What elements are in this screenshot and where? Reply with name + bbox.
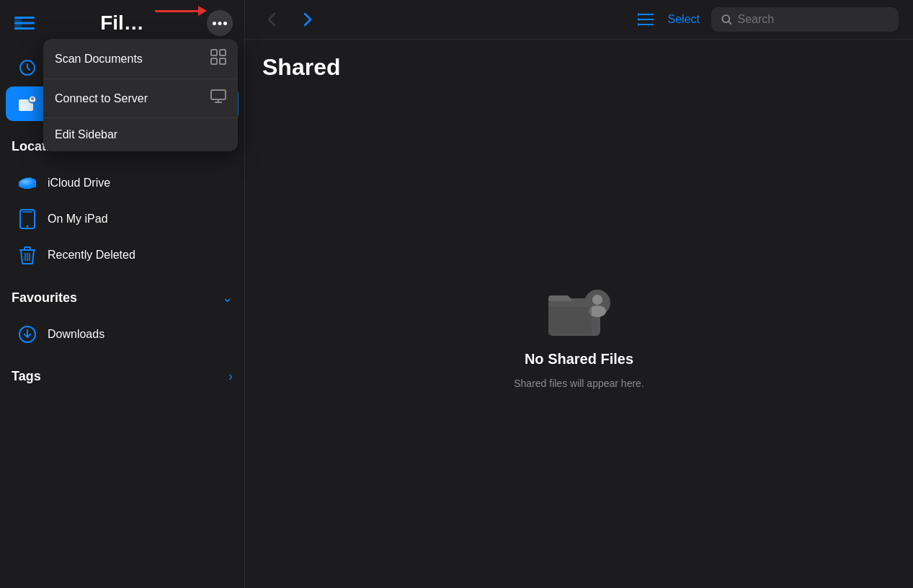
no-shared-files-subtitle: Shared files will appear here. [514,378,644,389]
tags-chevron-icon[interactable]: › [228,369,233,384]
icloud-label: iCloud Drive [48,177,110,190]
tags-title: Tags [12,369,41,384]
search-input[interactable] [737,13,888,26]
more-options-button[interactable] [207,10,233,36]
svg-point-4 [213,22,216,25]
main-header: Select [245,0,913,40]
svg-point-28 [638,13,639,16]
svg-point-15 [31,97,34,100]
no-shared-files-title: No Shared Files [525,351,633,368]
back-button[interactable] [259,7,284,32]
sidebar-item-downloads[interactable]: Downloads [6,317,239,352]
sidebar: Fil… Scan Documents [0,0,245,588]
svg-rect-10 [220,58,226,64]
favourites-chevron-icon[interactable]: ⌄ [222,290,233,306]
sidebar-item-recently-deleted[interactable]: Recently Deleted [6,238,239,272]
toggle-sidebar-button[interactable] [12,10,37,36]
shared-icon [17,94,37,114]
connect-to-server-label: Connect to Server [55,92,148,105]
connect-to-server-menu-item[interactable]: Connect to Server [43,79,238,118]
favourites-title: Favourites [12,290,77,306]
svg-rect-3 [14,17,22,30]
locations-section: iCloud Drive On My iPad [0,159,244,280]
page-title-area: Shared [245,40,913,88]
ipad-device-icon [17,209,37,229]
svg-point-17 [19,179,36,189]
downloads-label: Downloads [48,328,104,341]
red-arrow-indicator [155,6,207,16]
favourites-section-header: Favourites ⌄ [0,280,244,310]
svg-point-29 [638,18,639,21]
edit-sidebar-label: Edit Sidebar [55,128,117,141]
search-bar[interactable] [711,7,899,32]
connect-to-server-icon [210,89,226,107]
sidebar-title: Fil… [100,12,144,35]
svg-rect-11 [211,90,226,99]
svg-rect-8 [220,50,226,55]
sidebar-header: Fil… [0,0,244,43]
shared-folder-icon [547,287,612,341]
list-view-button[interactable] [638,13,654,26]
select-button[interactable]: Select [668,13,700,26]
recently-deleted-label: Recently Deleted [48,249,135,262]
sidebar-item-ipad[interactable]: On My iPad [6,202,239,236]
svg-rect-7 [211,50,217,55]
ipad-label: On My iPad [48,213,108,226]
trash-icon [17,245,37,265]
clock-icon [17,58,37,78]
download-icon [17,324,37,344]
page-title: Shared [262,54,896,81]
sidebar-item-icloud[interactable]: iCloud Drive [6,166,239,200]
svg-point-19 [27,226,29,228]
scan-documents-icon [210,49,226,68]
tags-section-header: Tags › [0,359,244,388]
empty-state: No Shared Files Shared files will appear… [245,88,913,588]
svg-point-30 [638,23,639,26]
dropdown-menu: Scan Documents Connect to Server [43,39,238,151]
favourites-section: Downloads [0,310,244,359]
svg-rect-36 [548,307,592,334]
scan-documents-menu-item[interactable]: Scan Documents [43,39,238,79]
svg-point-34 [592,295,602,305]
svg-point-6 [223,22,227,25]
icloud-icon [17,173,37,193]
edit-sidebar-menu-item[interactable]: Edit Sidebar [43,118,238,151]
main-content: Select Shared [245,0,913,588]
search-icon [721,14,731,25]
forward-button[interactable] [295,7,320,32]
scan-documents-label: Scan Documents [55,53,143,66]
svg-point-5 [218,22,221,25]
svg-rect-9 [211,58,217,64]
